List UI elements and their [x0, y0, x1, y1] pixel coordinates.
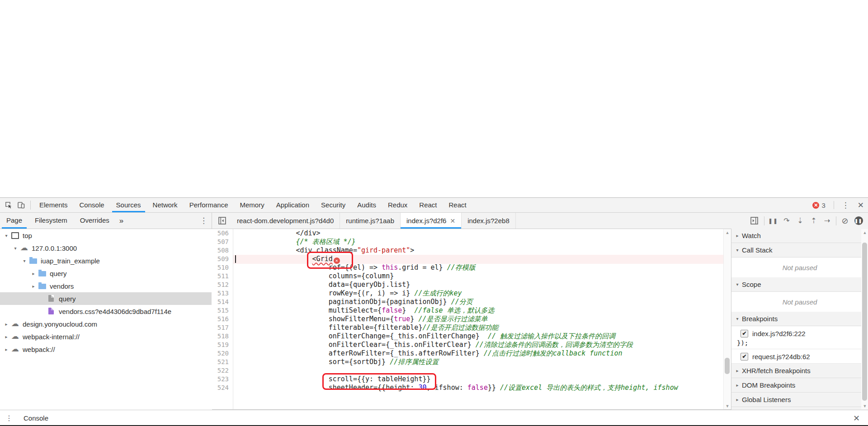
tree-item-127.0.0.1-3000[interactable]: ▾☁127.0.0.1:3000	[0, 242, 212, 254]
sidebar-section-dom-breakpoints[interactable]: ▸DOM Breakpoints	[731, 378, 868, 393]
more-tabs-chevron[interactable]: »	[116, 216, 127, 225]
device-toolbar-icon[interactable]	[17, 201, 26, 210]
line-number[interactable]: 508	[212, 246, 233, 255]
main-tab-console[interactable]: Console	[74, 198, 110, 212]
navigator-menu-button[interactable]: ⋮	[196, 214, 212, 228]
sidebar-vertical-scrollbar[interactable]: ▲ ▼	[861, 229, 868, 409]
tree-item-design.yonyoucloud.com[interactable]: ▸☁design.yonyoucloud.com	[0, 318, 212, 330]
step-button[interactable]: ⇢	[821, 215, 834, 226]
sidebar-section-watch[interactable]: ▸Watch	[731, 229, 868, 243]
scroll-down-arrow-icon[interactable]: ▼	[861, 403, 868, 409]
scroll-up-arrow-icon[interactable]: ▲	[724, 229, 731, 236]
main-tab-memory[interactable]: Memory	[234, 198, 270, 212]
main-tab-redux[interactable]: Redux	[382, 198, 413, 212]
line-number[interactable]: 506	[212, 229, 233, 238]
line-number[interactable]: 514	[212, 298, 233, 306]
breakpoint-location[interactable]: index.js?d2f6:222	[752, 330, 806, 337]
drawer-menu-icon[interactable]: ⋮	[0, 414, 17, 422]
deactivate-breakpoints-button[interactable]: ⊘	[838, 215, 852, 226]
step-into-button[interactable]: ⇣	[793, 215, 807, 226]
source-editor[interactable]: 5065075085095105115125135145155165175185…	[212, 229, 723, 409]
editor-tab-index.js?d2f6[interactable]: index.js?d2f6✕	[401, 213, 462, 229]
devtools-menu-button[interactable]: ⋮	[838, 198, 854, 212]
section-arrow-icon[interactable]: ▸	[735, 368, 740, 373]
show-debugger-sidebar-icon[interactable]	[750, 216, 759, 225]
inspect-element-icon[interactable]	[4, 201, 13, 210]
tree-arrow-icon[interactable]: ▸	[31, 284, 36, 289]
sidebar-section-xhr-fetch-breakpoints[interactable]: ▸XHR/fetch Breakpoints	[731, 364, 868, 378]
main-tab-performance[interactable]: Performance	[184, 198, 234, 212]
line-number[interactable]: 513	[212, 289, 233, 298]
sidebar-section-breakpoints[interactable]: ▾Breakpoints	[731, 312, 868, 326]
section-arrow-icon[interactable]: ▾	[735, 316, 740, 321]
line-number[interactable]: 522	[212, 366, 233, 375]
section-arrow-icon[interactable]: ▸	[735, 233, 740, 238]
line-number[interactable]: 516	[212, 315, 233, 323]
main-tab-audits[interactable]: Audits	[351, 198, 382, 212]
tree-arrow-icon[interactable]: ▸	[4, 334, 9, 339]
tree-arrow-icon[interactable]: ▾	[22, 258, 27, 263]
nav-tab-filesystem[interactable]: Filesystem	[28, 213, 74, 229]
main-tab-application[interactable]: Application	[270, 198, 315, 212]
breakpoint-location[interactable]: request.js?24db:62	[752, 353, 810, 360]
drawer-tab-console[interactable]: Console	[24, 414, 48, 422]
tree-arrow-icon[interactable]: ▸	[4, 347, 9, 352]
main-tab-sources[interactable]: Sources	[110, 198, 147, 212]
main-tab-network[interactable]: Network	[147, 198, 184, 212]
tree-item-iuap-train-example[interactable]: ▾iuap_train_example	[0, 254, 212, 267]
sidebar-scrollbar-thumb[interactable]	[862, 243, 867, 401]
scroll-up-arrow-icon[interactable]: ▲	[861, 229, 868, 236]
main-tab-react[interactable]: React	[413, 198, 443, 212]
nav-tab-page[interactable]: Page	[0, 213, 28, 229]
pause-on-exceptions-button[interactable]: ❚❚	[852, 215, 865, 226]
line-number[interactable]: 511	[212, 272, 233, 281]
step-over-button[interactable]: ↷	[780, 215, 793, 226]
breakpoint-checkbox[interactable]: ✔	[741, 330, 748, 337]
line-number[interactable]: 515	[212, 306, 233, 315]
tree-item-webpack-[interactable]: ▸☁webpack://	[0, 343, 212, 356]
tree-item-top[interactable]: ▾top	[0, 229, 212, 242]
tree-arrow-icon[interactable]: ▸	[4, 322, 9, 327]
main-tab-react-2[interactable]: React	[443, 198, 472, 212]
line-number[interactable]: 517	[212, 323, 233, 332]
step-out-button[interactable]: ⇡	[807, 215, 821, 226]
hide-navigator-icon[interactable]	[217, 216, 226, 225]
line-number[interactable]: 524	[212, 384, 233, 392]
pause-script-button[interactable]: ❚❚	[766, 215, 780, 226]
line-number[interactable]: 507	[212, 238, 233, 246]
line-number-gutter[interactable]: 5065075085095105115125135145155165175185…	[212, 229, 233, 409]
tree-item-vendors[interactable]: ▸vendors	[0, 280, 212, 292]
editor-tab-react-dom.development.js?d4d0[interactable]: react-dom.development.js?d4d0	[231, 213, 340, 229]
tree-arrow-icon[interactable]: ▸	[31, 271, 36, 276]
tree-arrow-icon[interactable]: ▾	[13, 246, 18, 251]
section-arrow-icon[interactable]: ▸	[735, 383, 740, 388]
editor-vertical-scrollbar[interactable]: ▲ ▼	[723, 229, 731, 409]
main-tab-elements[interactable]: Elements	[33, 198, 74, 212]
editor-scrollbar-thumb[interactable]	[725, 358, 730, 374]
tree-item-query[interactable]: ▸query	[0, 267, 212, 280]
error-badge[interactable]: ✕ 3	[812, 201, 825, 209]
line-number[interactable]: 518	[212, 332, 233, 341]
scroll-down-arrow-icon[interactable]: ▼	[724, 403, 731, 409]
breakpoint-entry[interactable]: ✔request.js?24db:62	[731, 349, 868, 364]
section-arrow-icon[interactable]: ▾	[735, 282, 740, 287]
tab-close-icon[interactable]: ✕	[450, 213, 455, 229]
breakpoint-checkbox[interactable]: ✔	[741, 353, 748, 360]
tree-arrow-icon[interactable]: ▾	[4, 233, 9, 238]
drawer-close-button[interactable]: ✕	[845, 413, 868, 423]
line-number[interactable]: 521	[212, 358, 233, 366]
editor-tab-runtime.js?1aab[interactable]: runtime.js?1aab	[340, 213, 401, 229]
code-area[interactable]: </div> {/* 表格区域 */} <div className="gird…	[233, 229, 723, 409]
line-number[interactable]: 512	[212, 281, 233, 289]
line-number[interactable]: 523	[212, 375, 233, 384]
line-number[interactable]: 509	[212, 255, 233, 263]
sidebar-section-scope[interactable]: ▾Scope	[731, 277, 868, 292]
devtools-close-button[interactable]: ✕	[854, 198, 868, 212]
line-number[interactable]: 510	[212, 263, 233, 272]
line-number[interactable]: 520	[212, 349, 233, 358]
breakpoint-entry[interactable]: ✔index.js?d2f6:222});	[731, 326, 868, 349]
nav-tab-overrides[interactable]: Overrides	[74, 213, 116, 229]
section-arrow-icon[interactable]: ▸	[735, 397, 740, 402]
section-arrow-icon[interactable]: ▾	[735, 248, 740, 253]
tree-item-vendors.css-e4d4306dc9dbad7f114e[interactable]: vendors.css?e4d4306dc9dbad7f114e	[0, 305, 212, 318]
